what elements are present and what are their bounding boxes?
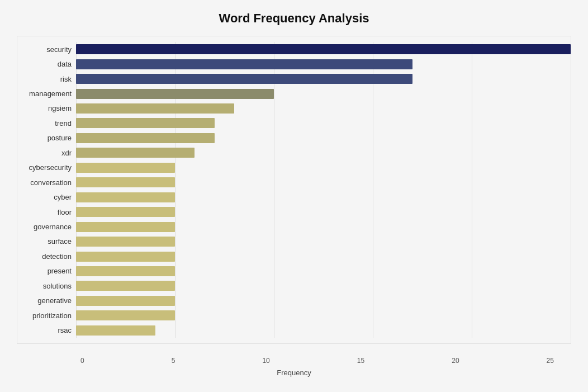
bar-row-rsac [76, 323, 571, 338]
bar-rows-container [76, 42, 571, 338]
x-tick-5: 5 [172, 357, 176, 365]
bar-solutions [76, 281, 175, 291]
bar-xdr [76, 148, 195, 158]
y-label-generative: generative [37, 297, 72, 304]
bar-row-trend [76, 116, 571, 130]
y-label-risk: risk [60, 75, 72, 83]
bar-row-posture [76, 131, 571, 145]
y-label-surface: surface [48, 238, 72, 245]
bar-row-data [76, 56, 571, 71]
bar-generative [76, 296, 175, 306]
chart-area: securitydatariskmanagementngsiemtrendpos… [17, 36, 571, 344]
bar-row-conversation [76, 175, 571, 190]
bar-surface [76, 237, 175, 247]
bar-posture [76, 133, 215, 143]
bar-detection [76, 252, 175, 262]
y-label-trend: trend [55, 120, 72, 127]
y-labels: securitydatariskmanagementngsiemtrendpos… [17, 42, 76, 338]
y-label-data: data [58, 60, 72, 68]
bar-rsac [76, 325, 155, 336]
bar-row-cybersecurity [76, 160, 571, 175]
x-tick-10: 10 [262, 357, 269, 365]
bar-trend [76, 118, 215, 128]
bar-floor [76, 207, 175, 217]
y-label-ngsiem: ngsiem [48, 105, 72, 112]
y-label-rsac: rsac [58, 327, 72, 334]
bar-row-security [76, 42, 571, 56]
x-axis-label: Frequency [17, 369, 571, 377]
bar-row-solutions [76, 278, 571, 293]
bar-present [76, 266, 175, 276]
bar-row-present [76, 264, 571, 278]
bar-row-governance [76, 219, 571, 234]
bars-wrapper: securitydatariskmanagementngsiemtrendpos… [17, 42, 571, 338]
bar-row-prioritization [76, 308, 571, 323]
y-label-conversation: conversation [30, 179, 72, 186]
x-tick-15: 15 [357, 357, 364, 365]
bar-ngsiem [76, 103, 234, 114]
y-label-present: present [48, 267, 72, 275]
x-tick-25: 25 [547, 357, 554, 365]
y-label-solutions: solutions [43, 282, 72, 290]
x-tick-0: 0 [80, 357, 84, 365]
x-tick-20: 20 [452, 357, 459, 365]
y-label-detection: detection [42, 253, 72, 260]
y-label-floor: floor [58, 209, 72, 216]
bars-area [76, 42, 571, 338]
bar-row-cyber [76, 190, 571, 205]
bar-management [76, 89, 274, 99]
bar-governance [76, 222, 175, 232]
y-label-management: management [29, 90, 72, 97]
x-axis-ticks: 0510152025 [80, 357, 554, 365]
bar-conversation [76, 177, 175, 187]
y-label-posture: posture [48, 134, 72, 141]
bar-data [76, 59, 412, 69]
y-label-governance: governance [34, 223, 72, 230]
y-label-security: security [46, 46, 72, 53]
bar-row-management [76, 86, 571, 101]
bar-row-floor [76, 205, 571, 219]
gridline-25 [571, 42, 571, 338]
bar-row-surface [76, 234, 571, 249]
bar-cybersecurity [76, 163, 175, 173]
y-label-prioritization: prioritization [32, 312, 72, 319]
bar-row-generative [76, 294, 571, 308]
bar-row-xdr [76, 145, 571, 160]
y-label-xdr: xdr [61, 149, 72, 157]
chart-title: Word Frequency Analysis [17, 11, 571, 26]
chart-container: Word Frequency Analysis securitydatarisk… [0, 0, 588, 392]
bar-row-risk [76, 72, 571, 86]
y-label-cyber: cyber [54, 193, 72, 201]
bar-row-detection [76, 249, 571, 263]
bar-risk [76, 74, 412, 84]
bar-row-ngsiem [76, 101, 571, 116]
bar-cyber [76, 192, 175, 202]
bar-prioritization [76, 310, 175, 320]
bar-security [76, 44, 571, 54]
y-label-cybersecurity: cybersecurity [29, 164, 72, 171]
